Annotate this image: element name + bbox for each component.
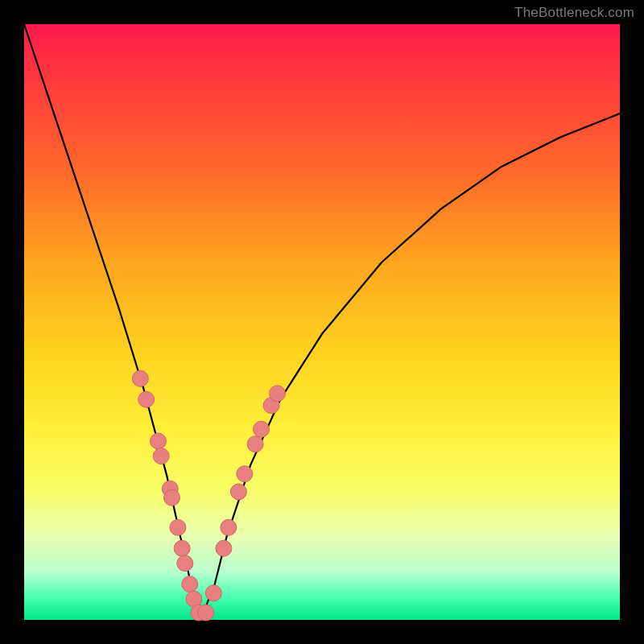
highlight-dot xyxy=(216,540,232,556)
highlight-dot xyxy=(270,386,286,402)
highlight-dot xyxy=(174,540,190,556)
watermark-text: TheBottleneck.com xyxy=(514,5,634,21)
highlight-dot xyxy=(151,433,167,449)
highlight-dots-group xyxy=(132,370,285,621)
highlight-dot xyxy=(230,484,246,500)
highlight-dot xyxy=(182,576,198,592)
v-curve xyxy=(24,24,620,614)
highlight-dot xyxy=(198,605,214,621)
highlight-dot xyxy=(237,466,253,482)
highlight-dot xyxy=(205,585,221,601)
highlight-dot xyxy=(153,448,169,464)
highlight-dot xyxy=(254,421,270,437)
highlight-dot xyxy=(247,436,263,452)
highlight-dot xyxy=(164,489,180,506)
highlight-dot xyxy=(221,519,237,535)
chart-svg xyxy=(24,24,620,620)
highlight-dot xyxy=(138,391,155,407)
highlight-dot xyxy=(177,555,193,572)
highlight-dot xyxy=(170,519,186,535)
highlight-dot xyxy=(132,370,148,386)
